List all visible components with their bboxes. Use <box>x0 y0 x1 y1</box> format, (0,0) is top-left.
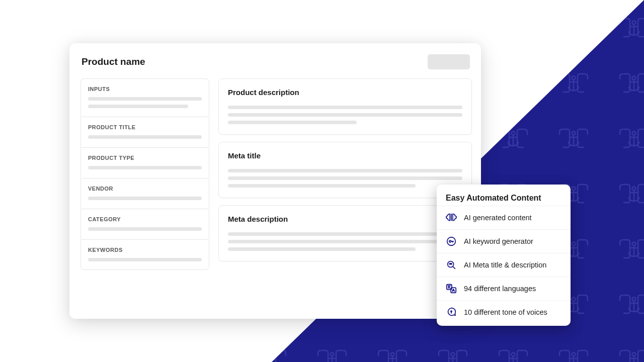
placeholder-line <box>88 97 202 101</box>
section-keywords[interactable]: KEYWORDS <box>80 239 209 270</box>
section-label: CATEGORY <box>88 216 202 222</box>
placeholder-line <box>88 197 202 200</box>
card-meta-description[interactable]: Meta description <box>218 205 472 261</box>
card-title: Meta title <box>228 151 462 160</box>
product-editor-card: Product name INPUTS PRODUCT TITLE PRODUC… <box>69 43 481 319</box>
section-category[interactable]: CATEGORY <box>80 209 209 239</box>
popup-item-label: 10 different tone of voices <box>464 308 547 316</box>
placeholder-line <box>228 169 462 172</box>
chat-icon <box>446 307 457 318</box>
card-product-description[interactable]: Product description <box>218 78 472 135</box>
placeholder-line <box>228 176 462 180</box>
popup-title: Easy Automated Content <box>437 194 571 206</box>
popup-item-keyword-generator[interactable]: AI keyword generator <box>437 229 571 253</box>
section-label: INPUTS <box>88 86 202 92</box>
placeholder-line <box>228 240 462 243</box>
popup-item-ai-content[interactable]: AI generated content <box>437 206 571 229</box>
section-product-title[interactable]: PRODUCT TITLE <box>80 117 209 147</box>
placeholder-line <box>228 113 462 117</box>
popup-item-meta[interactable]: AI Meta title & description <box>437 253 571 277</box>
placeholder-line <box>228 247 416 251</box>
card-meta-title[interactable]: Meta title <box>218 142 472 198</box>
popup-item-label: 94 different languages <box>464 285 536 293</box>
page-title: Product name <box>82 56 145 67</box>
primary-action-button[interactable] <box>428 54 470 69</box>
popup-item-languages[interactable]: 94 different languages <box>437 277 571 300</box>
input-sections-column: INPUTS PRODUCT TITLE PRODUCT TYPE VENDOR… <box>80 78 209 270</box>
section-product-type[interactable]: PRODUCT TYPE <box>80 147 209 177</box>
translate-icon <box>446 283 457 294</box>
placeholder-line <box>88 135 202 139</box>
section-vendor[interactable]: VENDOR <box>80 178 209 208</box>
card-title: Product description <box>228 88 462 97</box>
popup-item-tone[interactable]: 10 different tone of voices <box>437 300 571 324</box>
search-icon <box>446 259 457 270</box>
section-inputs[interactable]: INPUTS <box>80 78 209 116</box>
feature-popup: Easy Automated Content AI generated cont… <box>437 185 571 326</box>
placeholder-line <box>88 258 202 261</box>
section-label: KEYWORDS <box>88 247 202 253</box>
popup-item-label: AI generated content <box>464 214 532 222</box>
placeholder-line <box>228 184 416 188</box>
placeholder-line <box>228 121 357 124</box>
placeholder-line <box>228 106 462 109</box>
placeholder-line <box>88 166 202 169</box>
section-label: PRODUCT TITLE <box>88 124 202 130</box>
popup-item-label: AI keyword generator <box>464 237 533 245</box>
ai-brain-icon <box>446 212 457 223</box>
section-label: VENDOR <box>88 186 202 192</box>
section-label: PRODUCT TYPE <box>88 155 202 161</box>
placeholder-line <box>88 227 202 231</box>
placeholder-line <box>88 105 188 108</box>
card-title: Meta description <box>228 215 462 223</box>
placeholder-line <box>228 232 462 236</box>
popup-item-label: AI Meta title & description <box>464 261 546 269</box>
output-cards-column: Product description Meta title Meta desc… <box>218 78 472 270</box>
key-icon <box>446 236 457 247</box>
